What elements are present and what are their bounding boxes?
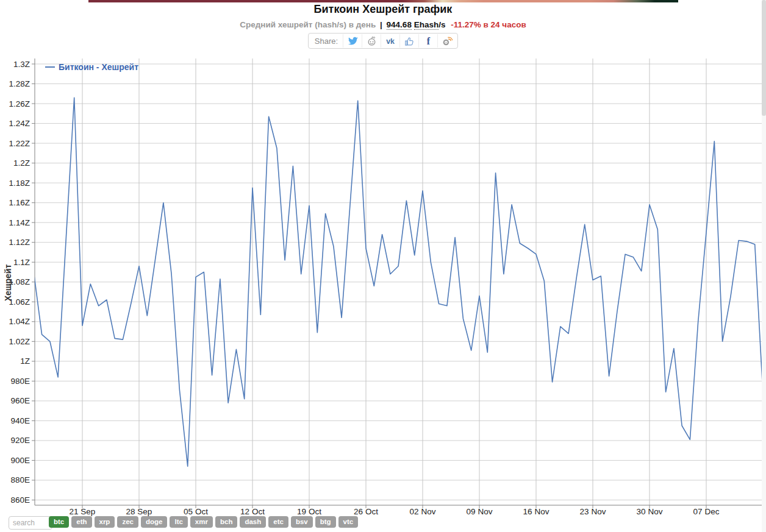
coin-tag-list: btcethxrpzecdogeltcxmrbchdashetcbsvbtgvt…: [49, 516, 358, 528]
y-tick-label: 980E: [10, 377, 30, 386]
scrollbar-thumb[interactable]: [762, 0, 766, 116]
x-tick-label: 28 Sep: [126, 507, 152, 516]
x-tick-label: 07 Dec: [693, 507, 720, 516]
y-tick-label: 1.14Z: [9, 218, 30, 227]
legend-bitcoin-hashrate[interactable]: Биткоин - Хешрейт: [45, 62, 138, 72]
x-tick-label: 16 Nov: [523, 507, 549, 516]
y-tick-label: 1Z: [20, 356, 30, 366]
coin-tag-xrp[interactable]: xrp: [95, 516, 115, 528]
gridlines: [35, 59, 766, 505]
coin-tag-xmr[interactable]: xmr: [190, 516, 213, 528]
coin-tag-btc[interactable]: btc: [49, 516, 69, 528]
y-tick-label: 1.02Z: [9, 337, 30, 346]
y-tick-label: 1.28Z: [9, 79, 30, 88]
x-tick-label: 26 Oct: [354, 507, 378, 516]
coin-tag-eth[interactable]: eth: [71, 516, 91, 528]
coin-tag-zec[interactable]: zec: [117, 516, 138, 528]
x-tick-label: 23 Nov: [580, 507, 606, 516]
x-tick-label: 09 Nov: [467, 507, 493, 516]
y-tick-label: 1.1Z: [13, 258, 30, 267]
coin-tag-bsv[interactable]: bsv: [291, 516, 313, 528]
y-tick-label: 1.12Z: [9, 238, 30, 247]
y-tick-label: 1.18Z: [9, 179, 30, 188]
y-tick-label: 900E: [10, 456, 30, 465]
x-tick-label: 02 Nov: [410, 507, 436, 516]
y-tick-label: 860E: [10, 495, 30, 505]
y-tick-label: 880E: [10, 475, 30, 484]
x-tick-label: 30 Nov: [637, 507, 663, 516]
y-tick-label: 1.04Z: [9, 317, 30, 326]
y-tick-label: 1.2Z: [13, 158, 30, 168]
coin-tag-dash[interactable]: dash: [240, 516, 266, 528]
x-tick-label: 19 Oct: [297, 507, 321, 516]
x-tick-label: 12 Oct: [240, 507, 265, 516]
hashrate-chart[interactable]: 1.3Z1.28Z1.26Z1.24Z1.22Z1.2Z1.18Z1.16Z1.…: [0, 0, 766, 532]
page-scrollbar[interactable]: [762, 0, 766, 532]
coin-tag-bch[interactable]: bch: [215, 516, 237, 528]
coin-tag-vtc[interactable]: vtc: [338, 516, 359, 528]
y-tick-label: 1.26Z: [9, 99, 30, 108]
coin-tag-btg[interactable]: btg: [315, 516, 336, 528]
y-tick-label: 1.16Z: [9, 198, 30, 207]
y-tick-label: 940E: [10, 416, 30, 425]
legend-label: Биткоин - Хешрейт: [59, 62, 138, 72]
coin-search-input[interactable]: [9, 516, 52, 530]
x-tick-label: 21 Sep: [70, 507, 96, 516]
coin-tag-etc[interactable]: etc: [268, 516, 288, 528]
y-tick-label: 1.24Z: [9, 119, 30, 128]
axis-labels: 1.3Z1.28Z1.26Z1.24Z1.22Z1.2Z1.18Z1.16Z1.…: [9, 60, 719, 517]
y-tick-label: 1.22Z: [9, 139, 30, 148]
y-tick-label: 960E: [10, 396, 30, 405]
coin-tag-ltc[interactable]: ltc: [170, 516, 187, 528]
y-tick-label: 920E: [10, 436, 30, 445]
y-axis-title: Хешрейт: [3, 258, 13, 307]
x-tick-label: 05 Oct: [184, 507, 208, 516]
legend-line-sample: [45, 66, 55, 68]
coin-tag-doge[interactable]: doge: [141, 516, 167, 528]
y-tick-label: 1.3Z: [13, 60, 30, 69]
